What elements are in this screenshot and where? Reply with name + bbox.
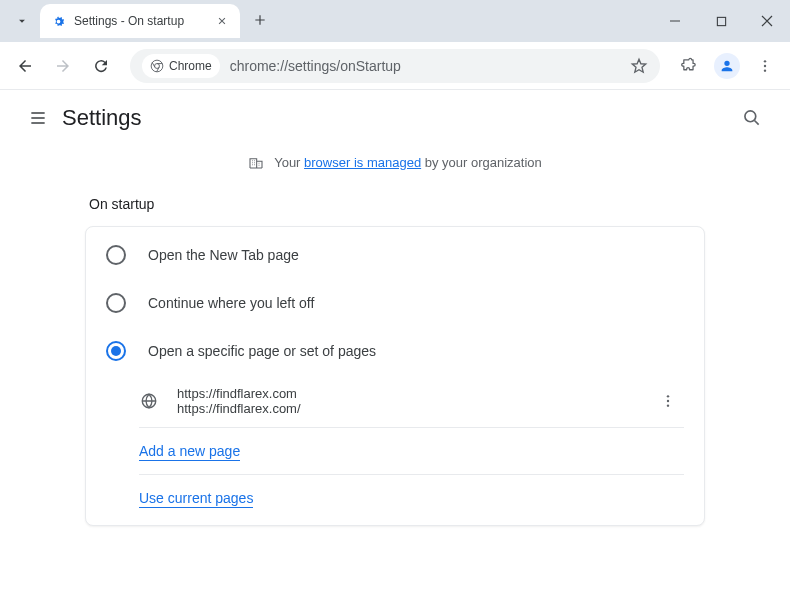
radio-continue[interactable]: Continue where you left off <box>86 279 704 327</box>
radio-label: Open a specific page or set of pages <box>148 343 376 359</box>
svg-point-8 <box>667 395 669 397</box>
globe-icon <box>139 391 159 411</box>
building-icon <box>248 154 264 170</box>
on-startup-section: On startup Open the New Tab page Continu… <box>85 186 705 526</box>
star-icon <box>630 57 648 75</box>
startup-card: Open the New Tab page Continue where you… <box>85 226 705 526</box>
svg-point-9 <box>667 400 669 402</box>
settings-header: Settings <box>0 90 790 146</box>
chrome-icon <box>150 59 164 73</box>
avatar <box>714 53 740 79</box>
add-page-link[interactable]: Add a new page <box>139 443 240 461</box>
tab-title: Settings - On startup <box>74 14 214 28</box>
startup-page-row: https://findflarex.com https://findflare… <box>86 375 704 427</box>
chrome-chip-label: Chrome <box>169 59 212 73</box>
close-icon <box>217 16 227 26</box>
radio-label: Open the New Tab page <box>148 247 299 263</box>
minimize-icon <box>669 15 681 27</box>
back-button[interactable] <box>8 49 42 83</box>
new-tab-button[interactable] <box>246 6 274 34</box>
minimize-button[interactable] <box>652 0 698 42</box>
reload-icon <box>92 57 110 75</box>
managed-link[interactable]: browser is managed <box>304 155 421 170</box>
page-title: Settings <box>62 105 142 131</box>
person-icon <box>719 58 735 74</box>
radio-open-new-tab[interactable]: Open the New Tab page <box>86 231 704 279</box>
puzzle-icon <box>681 57 698 74</box>
browser-toolbar: Chrome chrome://settings/onStartup <box>0 42 790 90</box>
window-controls <box>652 0 790 42</box>
use-current-row: Use current pages <box>86 475 704 521</box>
address-bar[interactable]: Chrome chrome://settings/onStartup <box>130 49 660 83</box>
section-title: On startup <box>85 186 705 226</box>
chevron-down-icon <box>15 14 29 28</box>
settings-content: Your browser is managed by your organiza… <box>0 146 790 526</box>
close-icon <box>761 15 773 27</box>
radio-icon <box>106 245 126 265</box>
radio-specific-pages[interactable]: Open a specific page or set of pages <box>86 327 704 375</box>
url-text: chrome://settings/onStartup <box>230 58 630 74</box>
svg-point-3 <box>764 60 766 62</box>
arrow-left-icon <box>16 57 34 75</box>
reload-button[interactable] <box>84 49 118 83</box>
tab-area: Settings - On startup <box>0 0 282 42</box>
radio-label: Continue where you left off <box>148 295 314 311</box>
extensions-button[interactable] <box>672 49 706 83</box>
page-entry-title: https://findflarex.com <box>177 386 634 401</box>
maximize-icon <box>716 16 727 27</box>
browser-tab[interactable]: Settings - On startup <box>40 4 240 38</box>
add-page-row: Add a new page <box>86 428 704 474</box>
svg-point-5 <box>764 69 766 71</box>
tab-close-button[interactable] <box>214 13 230 29</box>
search-icon <box>742 108 762 128</box>
tab-search-button[interactable] <box>8 7 36 35</box>
bookmark-button[interactable] <box>630 57 648 75</box>
page-info: https://findflarex.com https://findflare… <box>177 386 634 416</box>
managed-banner: Your browser is managed by your organiza… <box>20 146 770 186</box>
plus-icon <box>253 13 267 27</box>
close-window-button[interactable] <box>744 0 790 42</box>
dots-vertical-icon <box>660 393 676 409</box>
chrome-chip[interactable]: Chrome <box>142 54 220 78</box>
page-more-button[interactable] <box>652 385 684 417</box>
forward-button[interactable] <box>46 49 80 83</box>
gear-icon <box>50 13 66 29</box>
svg-rect-0 <box>717 17 725 25</box>
svg-point-6 <box>745 110 756 121</box>
profile-button[interactable] <box>710 49 744 83</box>
radio-icon <box>106 341 126 361</box>
dots-vertical-icon <box>757 58 773 74</box>
page-entry-url: https://findflarex.com/ <box>177 401 634 416</box>
arrow-right-icon <box>54 57 72 75</box>
svg-point-10 <box>667 404 669 406</box>
managed-text: Your browser is managed by your organiza… <box>274 155 542 170</box>
chrome-menu-button[interactable] <box>748 49 782 83</box>
search-settings-button[interactable] <box>732 98 772 138</box>
svg-point-4 <box>764 64 766 66</box>
menu-button[interactable] <box>18 98 58 138</box>
radio-icon <box>106 293 126 313</box>
use-current-link[interactable]: Use current pages <box>139 490 253 508</box>
hamburger-icon <box>28 108 48 128</box>
maximize-button[interactable] <box>698 0 744 42</box>
window-titlebar: Settings - On startup <box>0 0 790 42</box>
